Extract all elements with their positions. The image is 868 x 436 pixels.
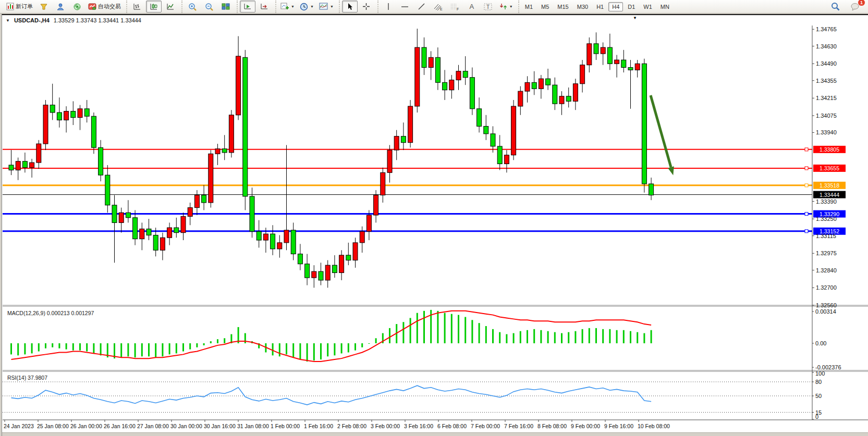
- notifications-button[interactable]: 1: [847, 1, 863, 13]
- svg-text:1.34490: 1.34490: [816, 60, 837, 67]
- market-depth-button[interactable]: [36, 1, 52, 13]
- annotation-arrow[interactable]: [651, 95, 671, 167]
- timeframe-W1[interactable]: W1: [640, 2, 656, 11]
- svg-text:25 Jan 08:00: 25 Jan 08:00: [37, 423, 69, 429]
- svg-text:1.33655: 1.33655: [820, 165, 839, 171]
- new-order-label: 新订单: [16, 3, 33, 10]
- svg-text:1.34075: 1.34075: [816, 113, 837, 119]
- text-label-button[interactable]: T: [481, 1, 496, 13]
- trade-group: 新订单 自动交易: [2, 1, 125, 13]
- svg-text:7 Feb 16:00: 7 Feb 16:00: [504, 423, 533, 429]
- cursor-button[interactable]: [342, 1, 358, 13]
- timeframe-M5[interactable]: M5: [537, 2, 553, 11]
- svg-text:1.34355: 1.34355: [816, 78, 837, 84]
- text-icon: A: [469, 3, 474, 10]
- svg-text:1.34630: 1.34630: [816, 43, 837, 49]
- zoom-out-button[interactable]: [201, 1, 217, 13]
- timeframe-H4[interactable]: H4: [608, 2, 623, 11]
- svg-text:100: 100: [815, 370, 825, 377]
- candlestick-chart-button[interactable]: [146, 1, 162, 13]
- tile-windows-button[interactable]: [218, 1, 234, 13]
- arrows-icon: [499, 3, 507, 10]
- zoom-group: [181, 1, 236, 13]
- horizontal-line-button[interactable]: [397, 1, 413, 13]
- chart-menu-caret-icon[interactable]: ▼: [6, 18, 10, 23]
- svg-text:7 Feb 00:00: 7 Feb 00:00: [471, 423, 500, 429]
- price-chart-canvas[interactable]: 1.347651.346301.344901.343551.342151.340…: [3, 26, 868, 434]
- svg-text:1.33152: 1.33152: [820, 228, 839, 234]
- svg-text:80: 80: [815, 379, 822, 385]
- templates-caret: ▼: [330, 5, 334, 8]
- svg-text:10 Feb 08:00: 10 Feb 08:00: [638, 423, 670, 429]
- equidistant-channel-button[interactable]: E: [431, 1, 446, 13]
- auto-scroll-button[interactable]: [240, 1, 255, 13]
- crosshair-button[interactable]: [359, 1, 374, 13]
- timeframe-M15[interactable]: M15: [554, 2, 572, 11]
- timeframe-MN[interactable]: MN: [657, 2, 673, 11]
- trendline-button[interactable]: [414, 1, 430, 13]
- templates-icon: [319, 3, 328, 10]
- svg-text:1.33805: 1.33805: [820, 146, 839, 153]
- mt4-application: { "toolbar": { "new_order_label": "新订单",…: [0, 0, 868, 436]
- macd-indicator-label: MACD(12,26,9) 0.000213 0.001297: [7, 310, 94, 316]
- periods-button[interactable]: ▼: [298, 1, 316, 13]
- objects-group: ▼ ▼ ▼: [275, 1, 338, 13]
- auto-trading-label: 自动交易: [98, 3, 121, 10]
- timeframe-H1[interactable]: H1: [593, 2, 607, 11]
- svg-text:1.33444: 1.33444: [820, 192, 839, 198]
- new-order-button[interactable]: 新订单: [4, 1, 35, 13]
- cursor-icon: [346, 3, 353, 10]
- svg-text:3 Feb 16:00: 3 Feb 16:00: [404, 423, 433, 429]
- market-watch-button[interactable]: [53, 1, 68, 13]
- svg-text:1 Feb 16:00: 1 Feb 16:00: [304, 423, 333, 429]
- market-depth-icon: [40, 3, 48, 10]
- svg-text:1.33290: 1.33290: [820, 211, 839, 217]
- svg-text:1.33390: 1.33390: [816, 198, 837, 205]
- svg-text:1.32975: 1.32975: [816, 250, 837, 256]
- text-button[interactable]: A: [464, 1, 480, 13]
- horizontal-level-lines: [3, 148, 812, 233]
- scroll-group: [237, 1, 274, 13]
- svg-text:30 Jan 16:00: 30 Jan 16:00: [204, 423, 236, 429]
- zoom-in-button[interactable]: [185, 1, 200, 13]
- svg-text:1.34765: 1.34765: [816, 26, 837, 32]
- chart-shift-button[interactable]: [256, 1, 272, 13]
- bar-chart-button[interactable]: [129, 1, 145, 13]
- timeframe-M1[interactable]: M1: [521, 2, 536, 11]
- svg-text:0.00314: 0.00314: [815, 308, 836, 315]
- fibonacci-button[interactable]: F: [447, 1, 463, 13]
- zoom-out-icon: [205, 3, 214, 11]
- auto-trading-button[interactable]: 自动交易: [86, 1, 123, 13]
- chart-window: ▼ USDCAD-,H4 1.33529 1.33743 1.33441 1.3…: [2, 14, 868, 436]
- chart-title-row: ▼ USDCAD-,H4 1.33529 1.33743 1.33441 1.3…: [6, 17, 141, 23]
- main-toolbar: 新订单 自动交易: [0, 0, 868, 14]
- text-label-icon: T: [484, 3, 493, 11]
- timeframe-D1[interactable]: D1: [624, 2, 639, 11]
- axes: [3, 26, 868, 422]
- arrows-caret: ▼: [509, 5, 513, 8]
- templates-button[interactable]: ▼: [317, 1, 336, 13]
- arrows-button[interactable]: ▼: [497, 1, 515, 13]
- search-button[interactable]: [827, 1, 843, 13]
- new-chart-button[interactable]: ▼: [278, 1, 297, 13]
- svg-text:F: F: [457, 7, 459, 11]
- chart-symbol-period: USDCAD-,H4: [14, 17, 50, 23]
- zoom-in-icon: [188, 3, 197, 11]
- line-chart-icon: [166, 3, 175, 10]
- svg-text:1.33518: 1.33518: [820, 182, 839, 189]
- splitter-caret-icon[interactable]: ▼: [633, 16, 637, 20]
- timeframe-M30[interactable]: M30: [573, 2, 592, 11]
- svg-text:26 Jan 16:00: 26 Jan 16:00: [104, 423, 136, 429]
- signals-icon: [73, 3, 81, 10]
- signals-button[interactable]: [69, 1, 85, 13]
- line-chart-button[interactable]: [163, 1, 178, 13]
- auto-scroll-icon: [243, 3, 252, 10]
- auto-trading-icon: [88, 3, 96, 10]
- trendline-icon: [418, 3, 425, 10]
- candlestick-chart-icon: [150, 3, 158, 10]
- chart-shift-icon: [260, 3, 268, 10]
- vertical-line-button[interactable]: [381, 1, 396, 13]
- candles: [9, 29, 654, 288]
- svg-text:9 Feb 16:00: 9 Feb 16:00: [604, 423, 633, 429]
- timeframe-group: M1M5M15M30H1H4D1W1MN: [518, 1, 675, 13]
